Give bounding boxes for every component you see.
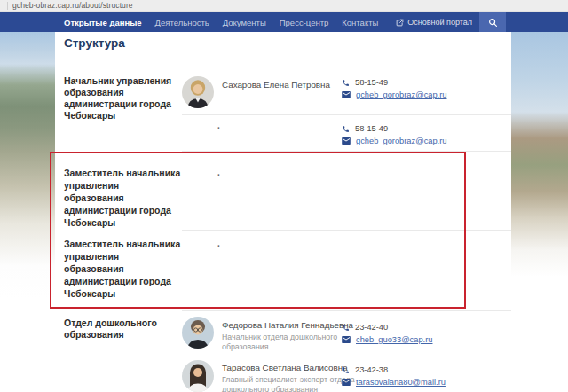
row6-email: tarasovalana80@mail.ru bbox=[342, 378, 446, 387]
person-position: Главный специалист-эксперт отдела дошкол… bbox=[222, 375, 355, 392]
email-link[interactable]: gcheb_gorobraz@cap.ru bbox=[356, 137, 446, 145]
row2-email: gcheb_gorobraz@cap.ru bbox=[342, 137, 446, 145]
nav-item-activity[interactable]: Деятельность bbox=[155, 18, 209, 27]
avatar-fedorova bbox=[182, 317, 214, 349]
divider bbox=[182, 230, 511, 231]
person-name: Тарасова Светлана Валисовна bbox=[222, 363, 348, 372]
divider bbox=[182, 357, 511, 357]
row1-phone: 58-15-49 bbox=[342, 78, 388, 87]
email-link[interactable]: cheb_guo33@cap.ru bbox=[356, 335, 432, 344]
main-portal-label: Основной портал bbox=[407, 18, 472, 27]
email-link[interactable]: tarasovalana80@mail.ru bbox=[356, 378, 446, 387]
mail-icon bbox=[342, 137, 351, 145]
nav-tail bbox=[506, 12, 568, 32]
divider bbox=[182, 310, 511, 311]
row5-phone: 23-42-40 bbox=[342, 323, 388, 332]
avatar-sakharova bbox=[182, 76, 214, 108]
phone-icon bbox=[342, 79, 350, 87]
row4-name-placeholder: . bbox=[217, 239, 220, 248]
person-name: Федорова Наталия Геннадьевна bbox=[222, 320, 353, 330]
row6-phone: 23-42-38 bbox=[342, 365, 388, 374]
search-button[interactable] bbox=[479, 12, 506, 32]
nav-items: Открытые данные Деятельность Документы П… bbox=[0, 12, 378, 32]
nav-spacer bbox=[378, 12, 396, 32]
browser-bar: gcheb-obraz.cap.ru/about/structure bbox=[0, 0, 568, 12]
nav-item-open-data[interactable]: Открытые данные bbox=[64, 18, 142, 27]
background-photo-left bbox=[0, 32, 55, 298]
nav-item-contacts[interactable]: Контакты bbox=[342, 18, 378, 27]
phone-icon bbox=[342, 125, 350, 133]
mail-icon bbox=[342, 336, 351, 343]
row1-email: gcheb_gorobraz@cap.ru bbox=[342, 90, 446, 99]
row2-name-placeholder: . bbox=[217, 121, 220, 130]
search-icon bbox=[488, 18, 498, 27]
row5-email: cheb_guo33@cap.ru bbox=[342, 335, 432, 344]
row4-job-title: Заместитель начальника управления образо… bbox=[64, 238, 188, 300]
person-name: Сахарова Елена Петровна bbox=[222, 80, 330, 90]
page: { "browser": { "url": "gcheb-obraz.cap.r… bbox=[0, 0, 568, 392]
main-portal-link[interactable]: Основной портал bbox=[396, 12, 472, 32]
row2-phone: 58-15-49 bbox=[342, 124, 388, 133]
nav-item-press-center[interactable]: Пресс-центр bbox=[280, 18, 329, 27]
browser-url[interactable]: gcheb-obraz.cap.ru/about/structure bbox=[12, 1, 133, 10]
mail-icon bbox=[342, 91, 351, 98]
phone-icon bbox=[342, 366, 350, 374]
nav-item-documents[interactable]: Документы bbox=[223, 18, 266, 27]
row1-job-title: Начальник управления образования админис… bbox=[64, 75, 188, 122]
external-link-icon bbox=[396, 19, 404, 27]
row3-job-title: Заместитель начальника управления образо… bbox=[64, 167, 188, 229]
person-position: Начальник отдела дошкольного образования bbox=[222, 333, 337, 352]
page-title: Структура bbox=[64, 36, 125, 50]
row3-name-placeholder: . bbox=[217, 168, 220, 177]
main-navbar: Открытые данные Деятельность Документы П… bbox=[0, 12, 568, 32]
phone-icon bbox=[342, 324, 350, 332]
background-photo-right bbox=[511, 32, 568, 298]
email-link[interactable]: gcheb_gorobraz@cap.ru bbox=[356, 90, 446, 99]
divider bbox=[182, 151, 511, 152]
row5-dept-title: Отдел дошкольного образования bbox=[64, 318, 197, 341]
url-bar-separator bbox=[7, 2, 8, 10]
content-area: Структура Начальник управления образован… bbox=[55, 32, 511, 392]
divider bbox=[182, 114, 511, 115]
avatar-tarasova bbox=[182, 360, 214, 392]
mail-icon bbox=[342, 379, 351, 386]
